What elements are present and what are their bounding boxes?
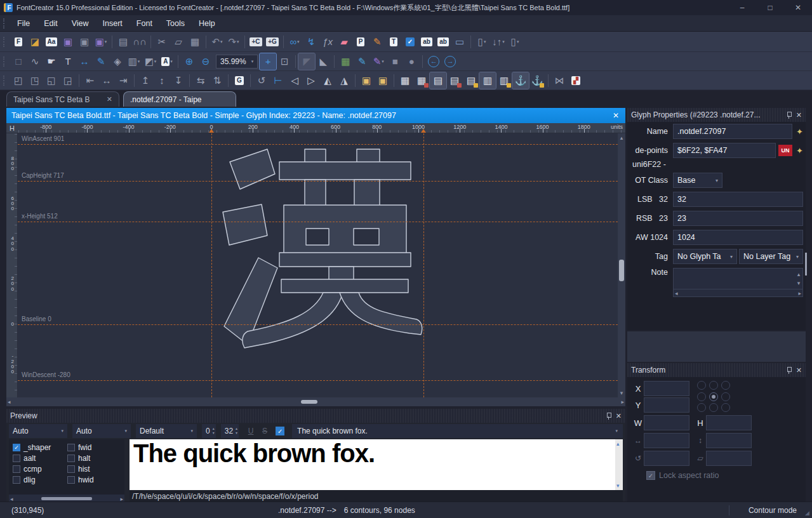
pan-tool-button[interactable]: + (260, 53, 276, 70)
glyph-edit-close-icon[interactable]: ✕ (611, 111, 620, 120)
remove-link-button[interactable]: ↯ (303, 34, 319, 50)
glyph-canvas[interactable]: WinAscent 901CapHeight 717x-Height 512Ba… (18, 133, 618, 397)
add-character-button[interactable]: +C (248, 34, 264, 50)
feature-checkbox[interactable] (67, 476, 75, 484)
knife-tool-button[interactable]: ◈ (109, 53, 126, 70)
edit-metrics-button[interactable]: ✎ (369, 34, 385, 50)
align-center-horizontal-button[interactable]: ◳ (27, 72, 43, 89)
pin-icon[interactable] (786, 367, 792, 374)
width-percent-field[interactable] (644, 433, 689, 448)
order-forward-button[interactable]: ▣ (358, 72, 375, 89)
chevron-down-icon[interactable]: ▾ (220, 39, 223, 44)
scroll-left-icon[interactable]: ◂ (6, 397, 12, 406)
chevron-down-icon[interactable]: ▾ (170, 59, 173, 64)
anchor-lock-button[interactable]: ⚓ (529, 72, 545, 89)
slant-tool-button[interactable]: ⊢ (270, 72, 286, 89)
pin-icon[interactable] (786, 112, 792, 119)
copy-button[interactable]: ▱ (170, 34, 187, 50)
chevron-down-icon[interactable]: ▾ (382, 59, 384, 64)
function-button[interactable]: ƒx (319, 34, 336, 50)
grid-lock-rows-button[interactable]: ▤ (463, 72, 479, 89)
maximize-button[interactable]: □ (756, 0, 784, 15)
stepper-arrows-icon[interactable]: ▴▾ (213, 427, 215, 435)
chevron-down-icon[interactable]: ▾ (237, 39, 239, 44)
composite-data-button[interactable]: ▞ (568, 72, 584, 89)
grid-columns-button[interactable]: ▥ (479, 72, 496, 89)
origin-radio[interactable] (709, 381, 718, 390)
metric-guide-line[interactable] (18, 222, 618, 222)
feature-item-aalt[interactable]: aalt (13, 453, 67, 463)
menu-tools[interactable]: Tools (159, 15, 192, 32)
insert-image-button[interactable]: ▦ (337, 53, 354, 70)
free-rotate-button[interactable]: ↺ (253, 72, 270, 89)
scroll-down-icon[interactable]: ▾ (796, 279, 802, 288)
underline-toggle[interactable]: U (244, 427, 258, 435)
draw-tool-button[interactable]: ✎ (93, 53, 109, 70)
grid-lock-columns-button[interactable]: ▥ (496, 72, 512, 89)
note-field[interactable]: ▴ ▾ (673, 268, 803, 289)
origin-radio[interactable] (697, 403, 706, 412)
center-horizontal-button[interactable]: ⇆ (192, 72, 209, 89)
find-text-button[interactable]: ab (418, 34, 435, 50)
center-vertical-button[interactable]: ⇅ (209, 72, 225, 89)
sidebearing-guide-line[interactable] (211, 133, 212, 397)
feature-set-select[interactable]: Default▾ (136, 424, 197, 438)
feature-item-hist[interactable]: hist (67, 463, 122, 474)
canvas-horizontal-scrollbar[interactable]: ◂ ▸ (6, 397, 625, 406)
kerning-checkbox[interactable]: ✓ (276, 427, 284, 435)
chevron-down-icon[interactable]: ▾ (105, 39, 107, 44)
brush-tool-button[interactable]: ✎ (354, 53, 370, 70)
insert-link-button[interactable]: ∞▾ (286, 34, 303, 50)
note-vertical-scrollbar[interactable]: ▴ ▾ (795, 269, 802, 289)
flip-horizontal-button[interactable]: ◁ (286, 72, 303, 89)
feature-checkbox[interactable] (67, 455, 75, 462)
text-tool-button[interactable]: T (60, 53, 76, 70)
font-overview-button[interactable]: Aa (43, 34, 60, 50)
origin-radio-selected[interactable] (709, 392, 718, 401)
close-icon[interactable]: ✕ (796, 111, 802, 119)
composite-relations-button[interactable]: ⋈ (551, 72, 568, 89)
origin-radio[interactable] (709, 403, 718, 412)
feature-checkbox[interactable] (67, 444, 75, 451)
contour-select-tool-button[interactable]: ∿ (27, 53, 43, 70)
align-points-button[interactable]: ◲ (60, 72, 76, 89)
glyph-metrics-link-button[interactable]: G (231, 72, 248, 89)
zoom-in-button[interactable]: ⊕ (181, 53, 197, 70)
sidebearing-guide-line[interactable] (423, 133, 424, 397)
feature-checkbox[interactable] (13, 455, 20, 462)
chevron-down-icon[interactable]: ▾ (502, 39, 505, 44)
zoom-level-combo[interactable]: 35.99%▾ (216, 55, 258, 69)
close-icon[interactable]: ✕ (616, 412, 622, 420)
menu-insert[interactable]: Insert (96, 15, 130, 32)
grid-reset-button[interactable]: ▦ (413, 72, 430, 89)
add-glyph-button[interactable]: +G (264, 34, 281, 50)
grid-all-button[interactable]: ▦ (397, 72, 413, 89)
distribute-left-button[interactable]: ⇤ (82, 72, 98, 89)
zoom-window-button[interactable]: ⊡ (276, 53, 293, 70)
origin-radio[interactable] (721, 392, 730, 401)
height-percent-field[interactable] (706, 433, 752, 448)
grid-rows-button[interactable]: ▤ (430, 72, 446, 89)
magic-wand-icon[interactable]: ✦ (796, 127, 803, 136)
origin-radio[interactable] (721, 381, 730, 390)
magic-wand-icon[interactable]: ✦ (796, 146, 803, 156)
menu-font[interactable]: Font (130, 15, 159, 32)
height-field[interactable] (706, 415, 752, 430)
save-as-button[interactable]: ▣▾ (93, 34, 109, 50)
tracking-stepper[interactable]: 0 ▴▾ (202, 424, 216, 438)
pin-icon[interactable] (606, 413, 611, 420)
close-icon[interactable]: ✕ (796, 366, 802, 375)
unicode-icon[interactable]: UN (778, 145, 792, 156)
validate-button[interactable]: ✓ (402, 34, 418, 50)
find-button[interactable]: ∩∩ (131, 34, 148, 50)
scroll-up-icon[interactable]: ▴ (615, 439, 623, 448)
rotate-cw-button[interactable]: ◮ (336, 72, 352, 89)
hand-tool-button[interactable]: ☛ (43, 53, 60, 70)
size-stepper[interactable]: 32 ▴▾ (221, 424, 239, 438)
scroll-thumb[interactable] (619, 260, 624, 281)
eraser-button[interactable]: ▰ (336, 34, 352, 50)
ellipse-tool-button[interactable]: ● (403, 53, 420, 70)
scroll-thumb[interactable] (41, 497, 92, 500)
origin-radio[interactable] (697, 392, 706, 401)
codepoints-field[interactable]: $6F22, $FA47 (673, 143, 776, 158)
